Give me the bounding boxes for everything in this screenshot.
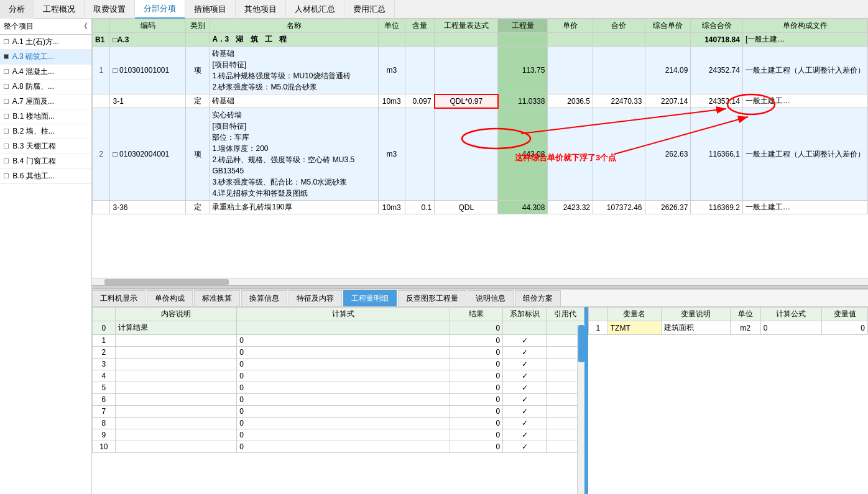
- calc-cell-formula[interactable]: 0: [237, 370, 450, 382]
- vertical-scrollbar[interactable]: [577, 324, 584, 494]
- tab-cost[interactable]: 费用汇总: [344, 0, 395, 19]
- main-table: 编码 类别 名称 单位 含量 工程量表达式 工程量 单价 合价 综合单价 综合合…: [92, 19, 868, 214]
- calc-cell-formula[interactable]: 0: [237, 406, 450, 418]
- sidebar-item-a3[interactable]: A.3 砌筑工...: [0, 50, 91, 65]
- cell-hejia-1: [593, 47, 645, 94]
- vscroll-thumb[interactable]: [578, 325, 584, 362]
- calc-cell-result: 0: [450, 406, 503, 418]
- tab-analysis[interactable]: 分析: [0, 0, 34, 19]
- calc-cell-flag: ✓: [503, 359, 547, 370]
- sidebar-item-b4[interactable]: B.4 门窗工程: [0, 154, 91, 169]
- calc-cell-num: 1: [93, 335, 116, 347]
- table-row-3-1: 3-1 定 砖基础 10m3 0.097 QDL*0.97 11.0338 20…: [93, 94, 868, 108]
- var-cell-formula[interactable]: 0: [760, 321, 821, 335]
- calc-col-desc: 内容说明: [115, 308, 237, 321]
- cell-hejia-a3: [593, 33, 645, 47]
- tab-labor[interactable]: 人材机汇总: [286, 0, 344, 19]
- sidebar-item-a7-dot: [4, 99, 9, 104]
- calc-table-area: 内容说明 计算式 结果 系加标识 引用代 0 计算结果 0 1 0 0: [92, 307, 586, 494]
- sidebar-collapse-icon[interactable]: 《: [80, 21, 88, 32]
- tab-description[interactable]: 说明信息: [468, 290, 514, 306]
- calc-table: 内容说明 计算式 结果 系加标识 引用代 0 计算结果 0 1 0 0: [92, 307, 584, 453]
- calc-cell-formula[interactable]: 0: [237, 441, 450, 453]
- cell-danjia-3-36: 2423.32: [548, 201, 593, 214]
- tab-unit-price[interactable]: 单价构成: [147, 290, 193, 306]
- calc-cell-desc[interactable]: [115, 370, 237, 382]
- cell-code-3-36: 3-36: [110, 201, 186, 214]
- var-cell-name[interactable]: TZMT: [607, 321, 661, 335]
- tab-labor-display[interactable]: 工料机显示: [92, 290, 145, 306]
- calc-cell-desc[interactable]: [115, 406, 237, 418]
- sidebar-item-b3[interactable]: B.3 天棚工程: [0, 139, 91, 154]
- hscroll-thumb[interactable]: [104, 279, 229, 285]
- cell-name-3-36: 承重粘土多孔砖墙190厚: [210, 201, 378, 214]
- calc-cell-desc[interactable]: 计算结果: [115, 321, 237, 335]
- calc-cell-formula[interactable]: 0: [237, 359, 450, 370]
- cell-code-2: □ 010302004001: [110, 108, 186, 201]
- tab-std-conversion[interactable]: 标准换算: [194, 290, 240, 306]
- calc-cell-num: 3: [93, 359, 116, 370]
- calc-cell-desc[interactable]: [115, 359, 237, 370]
- sidebar-item-a7[interactable]: A.7 屋面及...: [0, 94, 91, 109]
- calc-cell-formula[interactable]: [237, 321, 450, 335]
- calc-cell-num: 2: [93, 347, 116, 359]
- cell-type-a3: [186, 33, 210, 47]
- calc-cell-desc[interactable]: [115, 418, 237, 429]
- calc-cell-formula[interactable]: 0: [237, 382, 450, 394]
- col-code: 编码: [110, 19, 186, 33]
- tab-overview[interactable]: 工程概况: [34, 0, 85, 19]
- sidebar-item-b2[interactable]: B.2 墙、柱...: [0, 124, 91, 139]
- calc-cell-desc[interactable]: [115, 394, 237, 406]
- tab-features[interactable]: 特征及内容: [289, 290, 342, 306]
- calc-cell-formula[interactable]: 0: [237, 335, 450, 347]
- calc-col-ref: 引用代: [546, 308, 584, 321]
- calc-row-6: 6 0 0 ✓: [93, 394, 584, 406]
- calc-cell-desc[interactable]: [115, 441, 237, 453]
- tab-section[interactable]: 分部分项: [135, 0, 185, 19]
- calc-cell-flag: [503, 321, 547, 335]
- sidebar-item-a8[interactable]: A.8 防腐、...: [0, 80, 91, 94]
- horizontal-scrollbar[interactable]: [92, 278, 868, 285]
- calc-cell-formula[interactable]: 0: [237, 394, 450, 406]
- calc-cell-flag: ✓: [503, 429, 547, 441]
- tab-check-graphic[interactable]: 反查图形工程量: [398, 290, 466, 306]
- sidebar: 整个项目 《 A.1 土(石)方... A.3 砌筑工... A.4 混凝土..…: [0, 19, 92, 494]
- calc-cell-result: 0: [450, 370, 503, 382]
- tab-other[interactable]: 其他项目: [236, 0, 286, 19]
- sidebar-item-b4-dot: [4, 158, 9, 163]
- calc-cell-desc[interactable]: [115, 347, 237, 359]
- cell-gcl-3-1: 11.0338: [498, 94, 548, 108]
- tab-conversion-info[interactable]: 换算信息: [241, 290, 287, 306]
- tab-fee-settings[interactable]: 取费设置: [85, 0, 135, 19]
- sidebar-item-a1[interactable]: A.1 土(石)方...: [0, 35, 91, 50]
- cell-code-3-1: 3-1: [110, 94, 186, 108]
- sidebar-item-a4[interactable]: A.4 混凝土...: [0, 65, 91, 80]
- calc-cell-desc[interactable]: [115, 382, 237, 394]
- sidebar-item-b2-dot: [4, 129, 9, 134]
- sidebar-item-b1[interactable]: B.1 楼地面...: [0, 109, 91, 124]
- calc-cell-num: 6: [93, 394, 116, 406]
- cell-zhdanjia-1: 214.09: [645, 47, 691, 94]
- tab-quantity-detail[interactable]: 工程量明细: [343, 290, 397, 306]
- cell-danjia-2: [548, 108, 593, 201]
- calc-cell-formula[interactable]: 0: [237, 429, 450, 441]
- cell-expr-3-1: QDL*0.97: [435, 94, 498, 108]
- cell-code-1: □ 010301001001: [110, 47, 186, 94]
- calc-row-3: 3 0 0 ✓: [93, 359, 584, 370]
- calc-cell-desc[interactable]: [115, 429, 237, 441]
- cell-type-3-1: 定: [186, 94, 210, 108]
- calc-row-5: 5 0 0 ✓: [93, 382, 584, 394]
- var-col-desc: 变量说明: [661, 308, 730, 321]
- cell-file-3-1: 一般土建工…: [742, 94, 867, 108]
- calc-cell-formula[interactable]: 0: [237, 418, 450, 429]
- calc-cell-desc[interactable]: [115, 335, 237, 347]
- bottom-content: 内容说明 计算式 结果 系加标识 引用代 0 计算结果 0 1 0 0: [92, 307, 868, 494]
- sidebar-item-b6[interactable]: B.6 其他工...: [0, 169, 91, 184]
- tab-measures[interactable]: 措施项目: [185, 0, 236, 19]
- tab-pricing-plan[interactable]: 组价方案: [515, 290, 561, 306]
- calc-col-result: 结果: [450, 308, 503, 321]
- cell-name-3-1: 砖基础: [210, 94, 378, 108]
- calc-cell-num: 7: [93, 406, 116, 418]
- cell-zhhejia-a3: 140718.84: [691, 33, 743, 47]
- calc-cell-formula[interactable]: 0: [237, 347, 450, 359]
